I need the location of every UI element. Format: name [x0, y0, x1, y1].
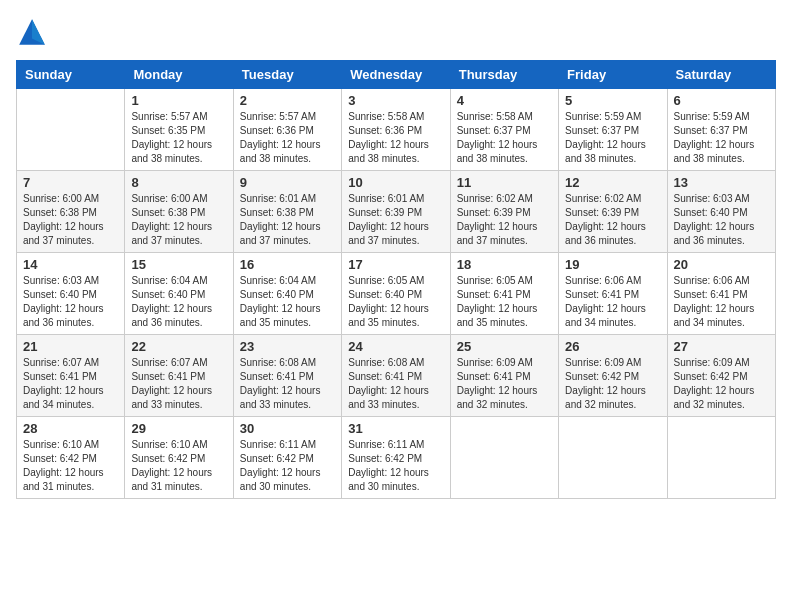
day-number: 27	[674, 339, 769, 354]
day-number: 14	[23, 257, 118, 272]
logo	[16, 16, 52, 48]
calendar-cell: 5Sunrise: 5:59 AMSunset: 6:37 PMDaylight…	[559, 89, 667, 171]
day-info: Sunrise: 6:09 AMSunset: 6:42 PMDaylight:…	[674, 356, 769, 412]
day-info: Sunrise: 6:11 AMSunset: 6:42 PMDaylight:…	[240, 438, 335, 494]
calendar-cell: 25Sunrise: 6:09 AMSunset: 6:41 PMDayligh…	[450, 335, 558, 417]
day-info: Sunrise: 6:02 AMSunset: 6:39 PMDaylight:…	[457, 192, 552, 248]
day-info: Sunrise: 6:07 AMSunset: 6:41 PMDaylight:…	[131, 356, 226, 412]
day-number: 9	[240, 175, 335, 190]
calendar-cell: 6Sunrise: 5:59 AMSunset: 6:37 PMDaylight…	[667, 89, 775, 171]
calendar-week-row: 7Sunrise: 6:00 AMSunset: 6:38 PMDaylight…	[17, 171, 776, 253]
calendar-cell: 28Sunrise: 6:10 AMSunset: 6:42 PMDayligh…	[17, 417, 125, 499]
day-number: 5	[565, 93, 660, 108]
calendar-cell: 8Sunrise: 6:00 AMSunset: 6:38 PMDaylight…	[125, 171, 233, 253]
day-info: Sunrise: 6:01 AMSunset: 6:39 PMDaylight:…	[348, 192, 443, 248]
day-info: Sunrise: 5:57 AMSunset: 6:35 PMDaylight:…	[131, 110, 226, 166]
day-number: 23	[240, 339, 335, 354]
day-info: Sunrise: 6:06 AMSunset: 6:41 PMDaylight:…	[674, 274, 769, 330]
calendar-cell: 31Sunrise: 6:11 AMSunset: 6:42 PMDayligh…	[342, 417, 450, 499]
day-info: Sunrise: 6:07 AMSunset: 6:41 PMDaylight:…	[23, 356, 118, 412]
day-info: Sunrise: 5:57 AMSunset: 6:36 PMDaylight:…	[240, 110, 335, 166]
day-number: 29	[131, 421, 226, 436]
day-number: 11	[457, 175, 552, 190]
day-info: Sunrise: 6:04 AMSunset: 6:40 PMDaylight:…	[240, 274, 335, 330]
calendar-cell: 23Sunrise: 6:08 AMSunset: 6:41 PMDayligh…	[233, 335, 341, 417]
page-header	[16, 16, 776, 48]
day-number: 17	[348, 257, 443, 272]
day-number: 20	[674, 257, 769, 272]
day-info: Sunrise: 5:58 AMSunset: 6:37 PMDaylight:…	[457, 110, 552, 166]
calendar-cell: 17Sunrise: 6:05 AMSunset: 6:40 PMDayligh…	[342, 253, 450, 335]
day-number: 28	[23, 421, 118, 436]
calendar-cell: 13Sunrise: 6:03 AMSunset: 6:40 PMDayligh…	[667, 171, 775, 253]
logo-icon	[16, 16, 48, 48]
day-info: Sunrise: 6:09 AMSunset: 6:41 PMDaylight:…	[457, 356, 552, 412]
day-number: 2	[240, 93, 335, 108]
calendar-cell: 29Sunrise: 6:10 AMSunset: 6:42 PMDayligh…	[125, 417, 233, 499]
day-info: Sunrise: 6:00 AMSunset: 6:38 PMDaylight:…	[23, 192, 118, 248]
day-info: Sunrise: 6:08 AMSunset: 6:41 PMDaylight:…	[240, 356, 335, 412]
calendar-week-row: 28Sunrise: 6:10 AMSunset: 6:42 PMDayligh…	[17, 417, 776, 499]
day-number: 18	[457, 257, 552, 272]
calendar-cell: 15Sunrise: 6:04 AMSunset: 6:40 PMDayligh…	[125, 253, 233, 335]
calendar-cell: 20Sunrise: 6:06 AMSunset: 6:41 PMDayligh…	[667, 253, 775, 335]
day-info: Sunrise: 6:09 AMSunset: 6:42 PMDaylight:…	[565, 356, 660, 412]
calendar-cell: 24Sunrise: 6:08 AMSunset: 6:41 PMDayligh…	[342, 335, 450, 417]
day-info: Sunrise: 6:03 AMSunset: 6:40 PMDaylight:…	[23, 274, 118, 330]
day-info: Sunrise: 6:05 AMSunset: 6:41 PMDaylight:…	[457, 274, 552, 330]
calendar-cell	[450, 417, 558, 499]
calendar-table: SundayMondayTuesdayWednesdayThursdayFrid…	[16, 60, 776, 499]
day-number: 25	[457, 339, 552, 354]
day-number: 7	[23, 175, 118, 190]
calendar-cell: 19Sunrise: 6:06 AMSunset: 6:41 PMDayligh…	[559, 253, 667, 335]
day-info: Sunrise: 5:58 AMSunset: 6:36 PMDaylight:…	[348, 110, 443, 166]
calendar-cell: 2Sunrise: 5:57 AMSunset: 6:36 PMDaylight…	[233, 89, 341, 171]
col-header-saturday: Saturday	[667, 61, 775, 89]
day-info: Sunrise: 5:59 AMSunset: 6:37 PMDaylight:…	[674, 110, 769, 166]
col-header-tuesday: Tuesday	[233, 61, 341, 89]
calendar-cell: 21Sunrise: 6:07 AMSunset: 6:41 PMDayligh…	[17, 335, 125, 417]
col-header-thursday: Thursday	[450, 61, 558, 89]
calendar-cell: 16Sunrise: 6:04 AMSunset: 6:40 PMDayligh…	[233, 253, 341, 335]
calendar-cell	[17, 89, 125, 171]
calendar-cell: 30Sunrise: 6:11 AMSunset: 6:42 PMDayligh…	[233, 417, 341, 499]
calendar-cell: 26Sunrise: 6:09 AMSunset: 6:42 PMDayligh…	[559, 335, 667, 417]
day-info: Sunrise: 6:01 AMSunset: 6:38 PMDaylight:…	[240, 192, 335, 248]
calendar-header-row: SundayMondayTuesdayWednesdayThursdayFrid…	[17, 61, 776, 89]
day-info: Sunrise: 6:05 AMSunset: 6:40 PMDaylight:…	[348, 274, 443, 330]
day-number: 15	[131, 257, 226, 272]
day-number: 21	[23, 339, 118, 354]
day-info: Sunrise: 5:59 AMSunset: 6:37 PMDaylight:…	[565, 110, 660, 166]
calendar-cell: 7Sunrise: 6:00 AMSunset: 6:38 PMDaylight…	[17, 171, 125, 253]
day-info: Sunrise: 6:00 AMSunset: 6:38 PMDaylight:…	[131, 192, 226, 248]
calendar-cell: 3Sunrise: 5:58 AMSunset: 6:36 PMDaylight…	[342, 89, 450, 171]
day-info: Sunrise: 6:04 AMSunset: 6:40 PMDaylight:…	[131, 274, 226, 330]
calendar-cell: 11Sunrise: 6:02 AMSunset: 6:39 PMDayligh…	[450, 171, 558, 253]
calendar-cell: 22Sunrise: 6:07 AMSunset: 6:41 PMDayligh…	[125, 335, 233, 417]
col-header-friday: Friday	[559, 61, 667, 89]
calendar-cell: 18Sunrise: 6:05 AMSunset: 6:41 PMDayligh…	[450, 253, 558, 335]
day-number: 10	[348, 175, 443, 190]
day-number: 16	[240, 257, 335, 272]
calendar-cell: 9Sunrise: 6:01 AMSunset: 6:38 PMDaylight…	[233, 171, 341, 253]
calendar-cell: 4Sunrise: 5:58 AMSunset: 6:37 PMDaylight…	[450, 89, 558, 171]
day-number: 22	[131, 339, 226, 354]
col-header-sunday: Sunday	[17, 61, 125, 89]
day-number: 6	[674, 93, 769, 108]
day-number: 1	[131, 93, 226, 108]
day-number: 24	[348, 339, 443, 354]
day-info: Sunrise: 6:10 AMSunset: 6:42 PMDaylight:…	[23, 438, 118, 494]
calendar-week-row: 14Sunrise: 6:03 AMSunset: 6:40 PMDayligh…	[17, 253, 776, 335]
day-info: Sunrise: 6:08 AMSunset: 6:41 PMDaylight:…	[348, 356, 443, 412]
col-header-monday: Monday	[125, 61, 233, 89]
day-number: 13	[674, 175, 769, 190]
day-number: 30	[240, 421, 335, 436]
day-info: Sunrise: 6:02 AMSunset: 6:39 PMDaylight:…	[565, 192, 660, 248]
day-info: Sunrise: 6:11 AMSunset: 6:42 PMDaylight:…	[348, 438, 443, 494]
day-info: Sunrise: 6:03 AMSunset: 6:40 PMDaylight:…	[674, 192, 769, 248]
calendar-cell	[667, 417, 775, 499]
day-info: Sunrise: 6:10 AMSunset: 6:42 PMDaylight:…	[131, 438, 226, 494]
day-number: 4	[457, 93, 552, 108]
calendar-cell: 14Sunrise: 6:03 AMSunset: 6:40 PMDayligh…	[17, 253, 125, 335]
day-number: 19	[565, 257, 660, 272]
